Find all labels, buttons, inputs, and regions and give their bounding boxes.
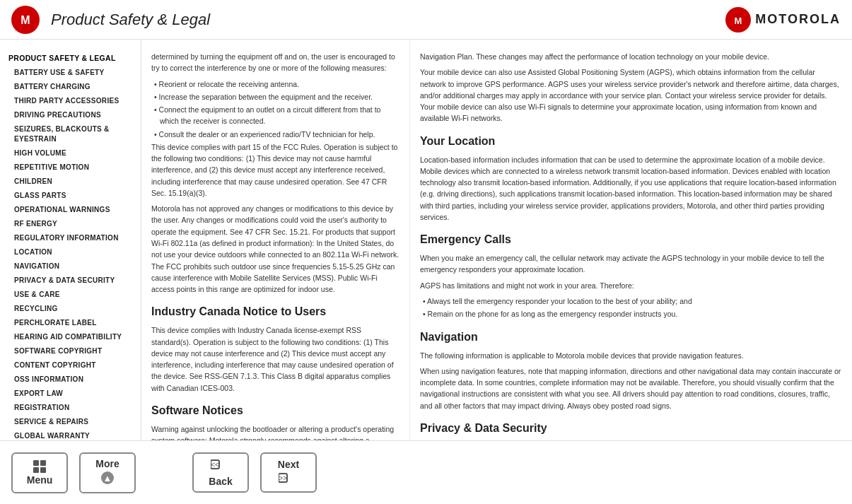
agps-limits-text: AGPS has limitations and might not work … — [420, 280, 842, 291]
bullet-item: Consult the dealer or an experienced rad… — [151, 129, 399, 140]
sidebar-item-battery-charging[interactable]: BATTERY CHARGING — [6, 80, 135, 94]
sidebar-item-location[interactable]: LOCATION — [6, 245, 135, 259]
svg-text:>>: >> — [279, 474, 287, 482]
footer-left-buttons: Menu More ▲ — [11, 452, 136, 493]
sidebar-item-use-care[interactable]: USE & CARE — [6, 288, 135, 302]
more-label: More — [95, 458, 119, 469]
more-button[interactable]: More ▲ — [79, 452, 136, 493]
back-icon: << — [211, 458, 230, 474]
sidebar-item-product-safety-legal[interactable]: PRODUCT SAFETY & LEGAL — [6, 51, 135, 66]
page-title: Product Safety & Legal — [51, 11, 725, 29]
sidebar-item-repetitive-motion[interactable]: REPETITIVE MOTION — [6, 160, 135, 175]
sidebar-item-driving-precautions[interactable]: DRIVING PRECAUTIONS — [6, 108, 135, 122]
moto-text: Motorola has not approved any changes or… — [151, 203, 399, 295]
sidebar-item-operational-warnings[interactable]: OPERATIONAL WARNINGS — [6, 203, 135, 217]
emergency-bullet-item: Remain on the phone for as long as the e… — [420, 308, 842, 320]
sidebar-item-third-party-accessories[interactable]: THIRD PARTY ACCESSORIES — [6, 94, 135, 108]
emergency-calls-heading: Emergency Calls — [420, 231, 842, 248]
navigation-text2: When using navigation features, note tha… — [420, 365, 842, 411]
industry-canada-heading: Industry Canada Notice to Users — [151, 303, 399, 320]
next-icon: >> — [279, 471, 298, 487]
bullet-item: Increase the separation between the equi… — [151, 91, 399, 102]
navigation-text: The following information is applicable … — [420, 350, 842, 361]
footer-right-buttons: << Back Next >> — [192, 452, 317, 493]
menu-icon — [33, 460, 46, 473]
sidebar-item-regulatory-information[interactable]: REGULATORY INFORMATION — [6, 231, 135, 245]
header: M Product Safety & Legal M MOTOROLA — [0, 0, 852, 40]
sidebar-item-content-copyright[interactable]: CONTENT COPYRIGHT — [6, 358, 135, 373]
motorola-wordmark: MOTOROLA — [755, 12, 841, 27]
fcc-text: This device complies with part 15 of the… — [151, 141, 399, 199]
sidebar-item-perchlorate-label[interactable]: PERCHLORATE LABEL — [6, 316, 135, 330]
middle-column: determined by turning the equipment off … — [141, 40, 410, 440]
sidebar-item-recycling[interactable]: RECYCLING — [6, 302, 135, 316]
sidebar-item-registration[interactable]: REGISTRATION — [6, 401, 135, 415]
sidebar-item-privacy-data-security[interactable]: PRIVACY & DATA SECURITY — [6, 274, 135, 288]
sidebar-item-rf-energy[interactable]: RF ENERGY — [6, 217, 135, 231]
sidebar-item-children[interactable]: CHILDREN — [6, 175, 135, 189]
motorola-logo-icon: M — [11, 6, 40, 34]
sidebar-item-software-copyright[interactable]: SOFTWARE COPYRIGHT — [6, 344, 135, 358]
more-icon: ▲ — [100, 471, 115, 488]
bullet-item: Connect the equipment to an outlet on a … — [151, 104, 399, 127]
emergency-calls-text: When you make an emergency call, the cel… — [420, 252, 842, 276]
back-button[interactable]: << Back — [192, 452, 249, 493]
sidebar-item-oss-information[interactable]: OSS INFORMATION — [6, 373, 135, 387]
svg-text:<<: << — [211, 461, 219, 469]
back-label: Back — [209, 476, 232, 487]
content-area: PRODUCT SAFETY & LEGALBATTERY USE & SAFE… — [0, 40, 852, 440]
bullet-item: Reorient or relocate the receiving anten… — [151, 78, 399, 90]
sidebar-item-global-warranty[interactable]: GLOBAL WARRANTY — [6, 429, 135, 440]
nav-plan-text: Navigation Plan. These changes may affec… — [420, 51, 842, 62]
navigation-heading: Navigation — [420, 329, 842, 346]
sidebar-item-glass-parts[interactable]: GLASS PARTS — [6, 189, 135, 203]
software-notices-heading: Software Notices — [151, 402, 399, 419]
next-button[interactable]: Next >> — [260, 452, 317, 493]
moto-badge-icon: M — [725, 7, 751, 33]
your-location-text: Location-based information includes info… — [420, 154, 842, 223]
svg-text:M: M — [21, 14, 30, 26]
footer: Menu More ▲ << Back Next — [0, 440, 852, 504]
svg-text:M: M — [735, 15, 742, 25]
industry-canada-text: This device complies with Industry Canad… — [151, 324, 399, 394]
intro-text: determined by turning the equipment off … — [151, 51, 399, 74]
right-column: Navigation Plan. These changes may affec… — [410, 40, 852, 440]
motorola-brand: M MOTOROLA — [725, 7, 841, 33]
sidebar-item-export-law[interactable]: EXPORT LAW — [6, 387, 135, 401]
menu-button[interactable]: Menu — [11, 452, 68, 493]
next-label: Next — [278, 459, 299, 470]
sidebar-item-high-volume[interactable]: HIGH VOLUME — [6, 146, 135, 160]
svg-text:▲: ▲ — [103, 473, 112, 484]
sidebar-item-hearing-aid-compatibility[interactable]: HEARING AID COMPATIBILITY — [6, 330, 135, 344]
menu-label: Menu — [27, 474, 53, 486]
sidebar-item-battery-use-safety[interactable]: BATTERY USE & SAFETY — [6, 66, 135, 80]
software-notices-text: Warning against unlocking the bootloader… — [151, 423, 399, 440]
emergency-bullet-item: Always tell the emergency responder your… — [420, 295, 842, 307]
sidebar-item-navigation[interactable]: NAVIGATION — [6, 259, 135, 274]
sidebar-item-seizures-blackouts-eyestrain[interactable]: SEIZURES, BLACKOUTS & EYESTRAIN — [6, 122, 135, 146]
agps-text: Your mobile device can also use Assisted… — [420, 66, 842, 124]
your-location-heading: Your Location — [420, 133, 842, 150]
sidebar-nav: PRODUCT SAFETY & LEGALBATTERY USE & SAFE… — [0, 40, 141, 440]
privacy-heading: Privacy & Data Security — [420, 420, 842, 437]
sidebar-item-service-repairs[interactable]: SERVICE & REPAIRS — [6, 415, 135, 429]
emergency-bullets-list: Always tell the emergency responder your… — [420, 295, 842, 320]
bullet-list: Reorient or relocate the receiving anten… — [151, 78, 399, 140]
